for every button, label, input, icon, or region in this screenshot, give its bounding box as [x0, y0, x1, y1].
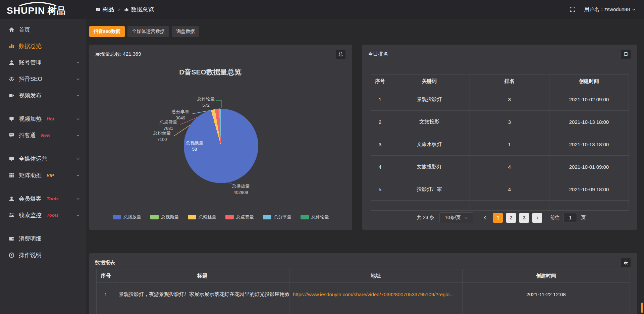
- table-cell: 2021-10-13 18:00: [549, 111, 629, 133]
- table-badge[interactable]: 表: [621, 258, 631, 267]
- table-cell: 4: [470, 178, 549, 201]
- sidebar-item-douyin-seo[interactable]: 抖音SEO: [0, 71, 86, 87]
- sliders-icon: [9, 212, 14, 218]
- logo[interactable]: SHUPIN 树品: [0, 0, 86, 19]
- sidebar-divider: [0, 147, 86, 147]
- tab-media-operate-data[interactable]: 全媒体运营数据: [127, 26, 169, 37]
- chevron-down-icon: [76, 93, 80, 98]
- prev-page-button[interactable]: [480, 215, 490, 220]
- breadcrumb-item-shupin[interactable]: 树品: [96, 6, 114, 13]
- report-table-head: 序号标题地址创建时间: [97, 269, 630, 283]
- sidebar-item-media-operation[interactable]: 全媒体运营: [0, 151, 86, 167]
- table-cell: 2021-10-02 09:00: [549, 88, 629, 111]
- breadcrumb-separator: >: [118, 7, 120, 12]
- bar-chart-icon: [124, 7, 129, 12]
- daily-badge[interactable]: 日: [621, 50, 631, 59]
- next-page-button[interactable]: [532, 213, 542, 223]
- sidebar-item-video-heat[interactable]: 视频加热Hot: [0, 111, 86, 127]
- wallet-icon: [9, 236, 14, 242]
- pagination-total: 共 23 条: [417, 215, 434, 221]
- chevron-down-icon: [76, 173, 80, 177]
- svg-text:?: ?: [11, 254, 13, 257]
- legend-item[interactable]: 总分享量: [263, 214, 291, 220]
- legend-label: 总播放量: [124, 214, 141, 220]
- monitor-icon: [9, 156, 14, 162]
- breadcrumb: 树品 > 数据总览: [96, 6, 154, 13]
- ranking-panel: 今日排名 日 序号关键词排名创建时间 1景观投影灯32021-10-02 09:…: [362, 45, 637, 230]
- chevron-down-icon: [76, 77, 80, 81]
- legend-item[interactable]: 总播放量: [113, 214, 141, 220]
- table-cell: 文旅投影灯: [389, 156, 470, 178]
- page-button-2[interactable]: 2: [506, 213, 516, 223]
- report-table: 序号标题地址创建时间 1景观投影灯，夜游景观投影灯厂家展示展示落花灯在花园里的灯…: [96, 269, 630, 314]
- video-link[interactable]: https://www.iesdouyin.com/share/video/70…: [289, 283, 463, 306]
- overview-panel: 展现量总数: 421,369 总 D音SEO数据量总览 总评论量572 总分享量…: [89, 45, 352, 230]
- report-panel: 数据报表 表 序号标题地址创建时间 1景观投影灯，夜游景观投影灯厂家展示展示落花…: [89, 253, 637, 314]
- tab-inquiry-data[interactable]: 询盘数据: [172, 26, 199, 37]
- column-header: 创建时间: [463, 269, 630, 283]
- legend-item[interactable]: 总评论量: [301, 214, 329, 220]
- legend-swatch: [263, 215, 271, 219]
- sidebar-item-operation-guide[interactable]: ?操作说明: [0, 247, 86, 263]
- table-cell: 投影灯厂家: [389, 178, 470, 201]
- table-cell: 景观投影灯: [389, 88, 470, 111]
- username-label: 用户名：zswodun88: [584, 6, 630, 13]
- sidebar-item-home[interactable]: 首页: [0, 21, 86, 38]
- sidebar: 首页数据总览账号管理抖音SEO视频发布视频加热Hot抖客通New全媒体运营矩阵助…: [0, 19, 86, 314]
- chart-icon: [9, 43, 14, 49]
- table-row: 1景观投影灯，夜游景观投影灯厂家展示展示落花灯在花园里的灯光投影应用效果 #ht…: [97, 283, 630, 306]
- sidebar-divider: [0, 187, 86, 187]
- pie-label-videos: 总视频量58: [180, 140, 209, 153]
- column-header: 序号: [97, 269, 115, 283]
- logo-text-en: SHUPIN: [7, 5, 45, 16]
- breadcrumb-label: 数据总览: [131, 6, 154, 13]
- chevron-down-icon: [76, 117, 80, 121]
- page-size-select[interactable]: 10条/页: [439, 212, 473, 223]
- column-header: 创建时间: [549, 75, 629, 88]
- sidebar-item-data-overview[interactable]: 数据总览: [0, 38, 86, 54]
- overview-panel-title: 展现量总数: 421,369: [95, 51, 141, 57]
- app-root: SHUPIN 树品 树品 > 数据总览 用户名：zswodun88 首页数据总览…: [0, 0, 644, 314]
- total-view-badge[interactable]: 总: [336, 50, 345, 59]
- video-icon: [9, 93, 14, 98]
- legend-item[interactable]: 总粉丝量: [188, 214, 216, 220]
- help-icon: ?: [9, 252, 14, 258]
- sidebar-item-video-publish[interactable]: 视频发布: [0, 87, 86, 104]
- sidebar-item-account-manage[interactable]: 账号管理: [0, 54, 86, 71]
- user-menu[interactable]: 用户名：zswodun88: [584, 6, 636, 13]
- sidebar-item-matrix-boost[interactable]: 矩阵助推VIP: [0, 167, 86, 184]
- breadcrumb-item-data-overview[interactable]: 数据总览: [124, 6, 154, 13]
- fullscreen-icon[interactable]: [570, 6, 576, 12]
- table-cell: 5: [371, 178, 389, 201]
- legend-item[interactable]: 总视频量: [150, 214, 179, 220]
- ranking-table-head: 序号关键词排名创建时间: [371, 75, 629, 88]
- legend-swatch: [113, 215, 121, 219]
- tab-bar: 抖音seo数据全媒体运营数据询盘数据: [89, 26, 199, 37]
- sidebar-item-consumption-detail[interactable]: 消费明细: [0, 230, 86, 247]
- main-content: 抖音seo数据全媒体运营数据询盘数据 展现量总数: 421,369 总 D音SE…: [86, 19, 644, 314]
- table-cell: 文旅投影: [389, 111, 470, 133]
- legend-item[interactable]: 总点赞量: [225, 214, 254, 220]
- sidebar-divider: [0, 107, 86, 107]
- sidebar-item-label: 抖音SEO: [19, 75, 42, 83]
- legend-swatch: [225, 215, 234, 219]
- goto-page-input[interactable]: [564, 213, 577, 222]
- sidebar-item-label: 操作说明: [19, 251, 42, 259]
- sidebar-item-douketong[interactable]: 抖客通New: [0, 127, 86, 144]
- topbar: SHUPIN 树品 树品 > 数据总览 用户名：zswodun88: [0, 0, 644, 19]
- sidebar-item-clue-monitor[interactable]: 线索监控Tools: [0, 207, 86, 223]
- table-row: 4文旅投影灯42021-10-01 09:00: [371, 156, 629, 178]
- page-button-1[interactable]: 1: [493, 213, 503, 223]
- table-cell: 2021-11-22 12:08: [463, 283, 630, 306]
- table-cell: 4: [470, 156, 549, 178]
- pie-label-plays: 总播放量402909: [227, 183, 255, 196]
- page-button-3[interactable]: 3: [519, 213, 529, 223]
- sidebar-item-member-baoke[interactable]: 会员爆客Tools: [0, 191, 86, 207]
- legend-label: 总分享量: [274, 214, 291, 220]
- user-icon: [9, 60, 14, 65]
- sidebar-item-label: 消费明细: [19, 235, 42, 243]
- column-header: 关键词: [389, 75, 470, 88]
- table-cell: 2021-10-13 18:00: [549, 133, 629, 156]
- scrollbar-thumb[interactable]: [641, 303, 643, 313]
- tab-douyin-seo-data[interactable]: 抖音seo数据: [89, 26, 125, 37]
